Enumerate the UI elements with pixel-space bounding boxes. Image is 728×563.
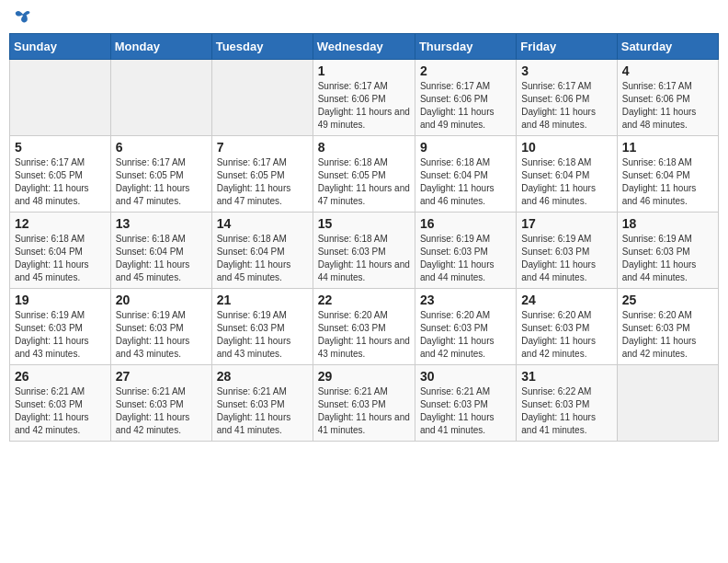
- calendar-cell: 2Sunrise: 6:17 AM Sunset: 6:06 PM Daylig…: [415, 60, 516, 136]
- calendar-cell: 27Sunrise: 6:21 AM Sunset: 6:03 PM Dayli…: [110, 365, 211, 442]
- weekday-header-row: SundayMondayTuesdayWednesdayThursdayFrid…: [10, 34, 719, 60]
- calendar-cell: 11Sunrise: 6:18 AM Sunset: 6:04 PM Dayli…: [617, 136, 718, 213]
- calendar-cell: 15Sunrise: 6:18 AM Sunset: 6:03 PM Dayli…: [313, 213, 415, 289]
- day-info: Sunrise: 6:20 AM Sunset: 6:03 PM Dayligh…: [420, 309, 511, 361]
- calendar-cell: 1Sunrise: 6:17 AM Sunset: 6:06 PM Daylig…: [313, 60, 415, 136]
- calendar-cell: [617, 365, 718, 442]
- day-number: 6: [116, 140, 207, 155]
- day-info: Sunrise: 6:18 AM Sunset: 6:04 PM Dayligh…: [420, 156, 511, 208]
- logo: [13, 9, 31, 26]
- week-row-3: 12Sunrise: 6:18 AM Sunset: 6:04 PM Dayli…: [10, 213, 719, 289]
- day-number: 3: [521, 63, 611, 78]
- day-number: 23: [420, 293, 511, 307]
- week-row-4: 19Sunrise: 6:19 AM Sunset: 6:03 PM Dayli…: [10, 289, 719, 365]
- day-info: Sunrise: 6:18 AM Sunset: 6:03 PM Dayligh…: [318, 233, 410, 284]
- day-info: Sunrise: 6:17 AM Sunset: 6:06 PM Dayligh…: [318, 80, 410, 132]
- calendar-cell: 28Sunrise: 6:21 AM Sunset: 6:03 PM Dayli…: [211, 365, 313, 442]
- day-number: 28: [217, 369, 308, 384]
- calendar-cell: 21Sunrise: 6:19 AM Sunset: 6:03 PM Dayli…: [211, 289, 313, 365]
- day-info: Sunrise: 6:19 AM Sunset: 6:03 PM Dayligh…: [15, 309, 106, 361]
- calendar-cell: 26Sunrise: 6:21 AM Sunset: 6:03 PM Dayli…: [10, 365, 111, 442]
- day-number: 22: [318, 293, 410, 307]
- calendar-cell: 13Sunrise: 6:18 AM Sunset: 6:04 PM Dayli…: [110, 213, 211, 289]
- weekday-header-tuesday: Tuesday: [211, 34, 313, 60]
- calendar-cell: 22Sunrise: 6:20 AM Sunset: 6:03 PM Dayli…: [313, 289, 415, 365]
- day-info: Sunrise: 6:17 AM Sunset: 6:05 PM Dayligh…: [116, 156, 207, 208]
- week-row-5: 26Sunrise: 6:21 AM Sunset: 6:03 PM Dayli…: [10, 365, 719, 442]
- day-info: Sunrise: 6:21 AM Sunset: 6:03 PM Dayligh…: [217, 385, 308, 437]
- weekday-header-monday: Monday: [110, 34, 211, 60]
- day-number: 14: [217, 216, 308, 231]
- day-number: 29: [318, 369, 410, 384]
- day-number: 17: [521, 216, 611, 231]
- weekday-header-thursday: Thursday: [415, 34, 516, 60]
- calendar-cell: 23Sunrise: 6:20 AM Sunset: 6:03 PM Dayli…: [415, 289, 516, 365]
- calendar-cell: 20Sunrise: 6:19 AM Sunset: 6:03 PM Dayli…: [110, 289, 211, 365]
- weekday-header-wednesday: Wednesday: [313, 34, 415, 60]
- calendar-cell: 7Sunrise: 6:17 AM Sunset: 6:05 PM Daylig…: [211, 136, 313, 213]
- day-number: 1: [318, 63, 410, 78]
- calendar-cell: [211, 60, 313, 136]
- calendar-cell: 4Sunrise: 6:17 AM Sunset: 6:06 PM Daylig…: [617, 60, 718, 136]
- day-number: 27: [116, 369, 207, 384]
- calendar-cell: 16Sunrise: 6:19 AM Sunset: 6:03 PM Dayli…: [415, 213, 516, 289]
- calendar-cell: 18Sunrise: 6:19 AM Sunset: 6:03 PM Dayli…: [617, 213, 718, 289]
- calendar-cell: [10, 60, 111, 136]
- day-info: Sunrise: 6:18 AM Sunset: 6:04 PM Dayligh…: [521, 156, 611, 208]
- day-info: Sunrise: 6:19 AM Sunset: 6:03 PM Dayligh…: [217, 309, 308, 361]
- day-number: 15: [318, 216, 410, 231]
- calendar-cell: [110, 60, 211, 136]
- day-info: Sunrise: 6:21 AM Sunset: 6:03 PM Dayligh…: [15, 385, 106, 437]
- day-number: 25: [622, 293, 713, 307]
- day-number: 10: [521, 140, 611, 155]
- calendar-cell: 30Sunrise: 6:21 AM Sunset: 6:03 PM Dayli…: [415, 365, 516, 442]
- day-info: Sunrise: 6:21 AM Sunset: 6:03 PM Dayligh…: [116, 385, 207, 437]
- day-info: Sunrise: 6:22 AM Sunset: 6:03 PM Dayligh…: [521, 385, 611, 437]
- calendar-cell: 17Sunrise: 6:19 AM Sunset: 6:03 PM Dayli…: [517, 213, 617, 289]
- calendar-cell: 12Sunrise: 6:18 AM Sunset: 6:04 PM Dayli…: [10, 213, 111, 289]
- weekday-header-saturday: Saturday: [617, 34, 718, 60]
- calendar-cell: 19Sunrise: 6:19 AM Sunset: 6:03 PM Dayli…: [10, 289, 111, 365]
- day-info: Sunrise: 6:19 AM Sunset: 6:03 PM Dayligh…: [622, 233, 713, 284]
- day-number: 21: [217, 293, 308, 307]
- day-info: Sunrise: 6:18 AM Sunset: 6:04 PM Dayligh…: [622, 156, 713, 208]
- day-number: 5: [15, 140, 106, 155]
- week-row-1: 1Sunrise: 6:17 AM Sunset: 6:06 PM Daylig…: [10, 60, 719, 136]
- day-number: 16: [420, 216, 511, 231]
- day-info: Sunrise: 6:17 AM Sunset: 6:06 PM Dayligh…: [521, 80, 611, 132]
- day-info: Sunrise: 6:17 AM Sunset: 6:05 PM Dayligh…: [217, 156, 308, 208]
- day-info: Sunrise: 6:18 AM Sunset: 6:05 PM Dayligh…: [318, 156, 410, 208]
- day-number: 2: [420, 63, 511, 78]
- day-info: Sunrise: 6:17 AM Sunset: 6:06 PM Dayligh…: [420, 80, 511, 132]
- weekday-header-sunday: Sunday: [10, 34, 111, 60]
- day-info: Sunrise: 6:20 AM Sunset: 6:03 PM Dayligh…: [521, 309, 611, 361]
- day-number: 30: [420, 369, 511, 384]
- day-number: 31: [521, 369, 611, 384]
- calendar-cell: 29Sunrise: 6:21 AM Sunset: 6:03 PM Dayli…: [313, 365, 415, 442]
- day-number: 12: [15, 216, 106, 231]
- calendar-cell: 25Sunrise: 6:20 AM Sunset: 6:03 PM Dayli…: [617, 289, 718, 365]
- day-info: Sunrise: 6:19 AM Sunset: 6:03 PM Dayligh…: [116, 309, 207, 361]
- day-number: 24: [521, 293, 611, 307]
- day-info: Sunrise: 6:20 AM Sunset: 6:03 PM Dayligh…: [318, 309, 410, 361]
- day-info: Sunrise: 6:20 AM Sunset: 6:03 PM Dayligh…: [622, 309, 713, 361]
- calendar-cell: 14Sunrise: 6:18 AM Sunset: 6:04 PM Dayli…: [211, 213, 313, 289]
- day-info: Sunrise: 6:18 AM Sunset: 6:04 PM Dayligh…: [15, 233, 106, 284]
- calendar-cell: 6Sunrise: 6:17 AM Sunset: 6:05 PM Daylig…: [110, 136, 211, 213]
- day-number: 8: [318, 140, 410, 155]
- page-header: [9, 9, 719, 26]
- calendar-table: SundayMondayTuesdayWednesdayThursdayFrid…: [9, 33, 719, 442]
- calendar-cell: 5Sunrise: 6:17 AM Sunset: 6:05 PM Daylig…: [10, 136, 111, 213]
- calendar-cell: 8Sunrise: 6:18 AM Sunset: 6:05 PM Daylig…: [313, 136, 415, 213]
- calendar-cell: 3Sunrise: 6:17 AM Sunset: 6:06 PM Daylig…: [517, 60, 617, 136]
- day-number: 19: [15, 293, 106, 307]
- day-info: Sunrise: 6:17 AM Sunset: 6:06 PM Dayligh…: [622, 80, 713, 132]
- day-info: Sunrise: 6:21 AM Sunset: 6:03 PM Dayligh…: [318, 385, 410, 437]
- calendar-cell: 24Sunrise: 6:20 AM Sunset: 6:03 PM Dayli…: [517, 289, 617, 365]
- day-number: 11: [622, 140, 713, 155]
- logo-bird-icon: [15, 9, 31, 26]
- day-number: 20: [116, 293, 207, 307]
- day-info: Sunrise: 6:19 AM Sunset: 6:03 PM Dayligh…: [521, 233, 611, 284]
- day-number: 26: [15, 369, 106, 384]
- weekday-header-friday: Friday: [517, 34, 617, 60]
